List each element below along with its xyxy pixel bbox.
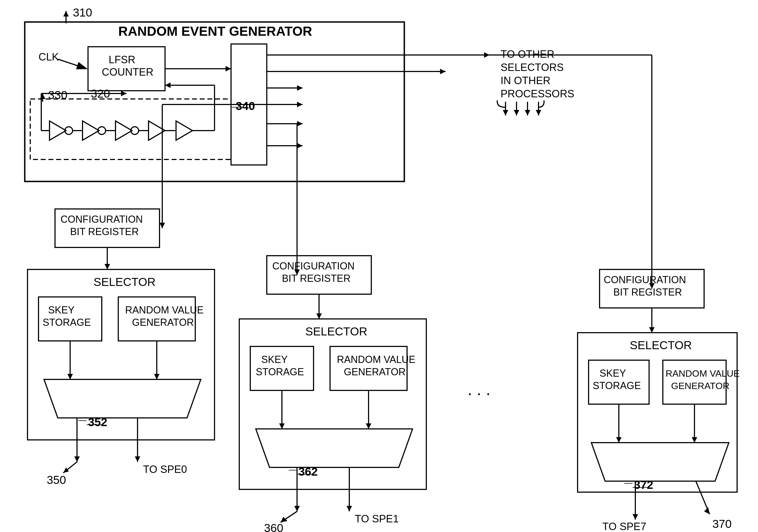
reg-title: RANDOM EVENT GENERATOR: [118, 24, 312, 39]
lfsr-line1: LFSR: [109, 54, 135, 65]
rvg-mid-line1: RANDOM VALUE: [337, 354, 415, 365]
ref-352: 352: [88, 416, 107, 429]
skey-left-line2: STORAGE: [43, 317, 91, 328]
ref-370: 370: [712, 517, 732, 530]
to-other-label3: IN OTHER: [500, 75, 551, 86]
to-other-label4: PROCESSORS: [500, 88, 574, 100]
cbr-mid-line1: CONFIGURATION: [272, 260, 355, 272]
cbr-right-line1: CONFIGURATION: [604, 274, 686, 285]
selector-mid-title: SELECTOR: [305, 325, 367, 338]
skey-right-line1: SKEY: [600, 368, 626, 379]
cbr-mid-line2: BIT REGISTER: [282, 273, 350, 284]
selector-right-title: SELECTOR: [630, 339, 692, 352]
cbr-left-line2: BIT REGISTER: [70, 226, 139, 237]
ref-310: 310: [73, 6, 92, 19]
ref-350: 350: [47, 474, 66, 486]
to-other-label1: TO OTHER: [500, 49, 555, 60]
to-other-label2: SELECTORS: [500, 62, 564, 73]
rvg-left-line1: RANDOM VALUE: [125, 304, 203, 316]
cbr-right-line2: BIT REGISTER: [613, 286, 682, 298]
rvg-left-line2: GENERATOR: [132, 317, 194, 328]
clk-label: CLK: [39, 51, 59, 63]
rvg-mid-line2: GENERATOR: [344, 366, 406, 378]
ellipsis: · · ·: [467, 384, 490, 402]
ref-360: 360: [264, 521, 283, 532]
skey-right-line2: STORAGE: [593, 380, 641, 391]
skey-left-line1: SKEY: [48, 304, 75, 316]
skey-mid-line2: STORAGE: [256, 366, 304, 378]
ref-362: 362: [298, 465, 318, 478]
ref-330: 330: [48, 88, 67, 101]
ref-372: 372: [634, 479, 653, 491]
cbr-left-line1: CONFIGURATION: [60, 214, 143, 225]
svg-rect-0: [0, 0, 758, 532]
to-spe1: TO SPE1: [355, 513, 399, 525]
rvg-right-line2: GENERATOR: [671, 381, 729, 391]
lfsr-line2: COUNTER: [102, 66, 154, 78]
skey-mid-line1: SKEY: [261, 354, 288, 365]
ref-340-label: 340: [236, 100, 255, 113]
to-spe7: TO SPE7: [602, 521, 646, 532]
rvg-right-line1: RANDOM VALUE: [666, 368, 740, 379]
to-spe0: TO SPE0: [143, 464, 187, 475]
selector-left-title: SELECTOR: [93, 276, 156, 288]
